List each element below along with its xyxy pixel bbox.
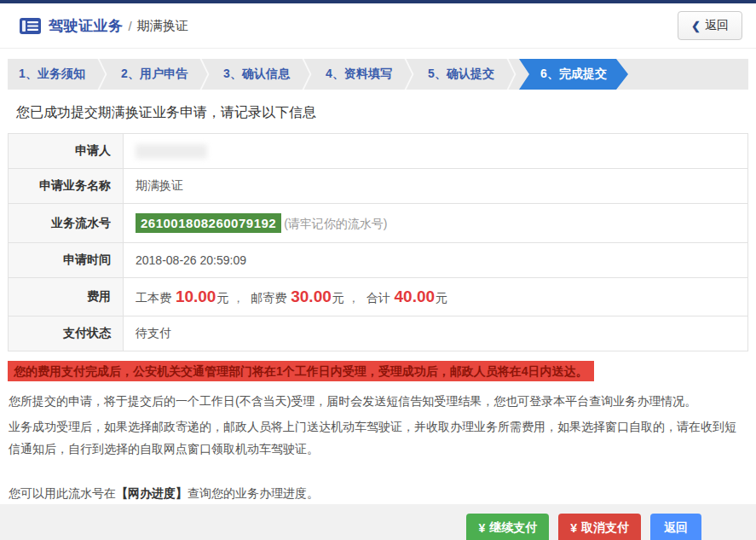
row-value: 2018-08-26 20:59:09 <box>124 243 748 278</box>
fee-item2-amount: 30.00 <box>291 287 332 305</box>
header-back-label: 返回 <box>705 18 729 33</box>
tab-step-6-active[interactable]: 6、完成提交 <box>519 59 628 90</box>
progress-hint-suffix: 查询您的业务办理进度。 <box>188 486 319 500</box>
fee-separator: ， <box>232 291 244 305</box>
fee-item2-label: 邮寄费 <box>251 291 286 305</box>
tab-separator <box>96 59 110 90</box>
breadcrumb-separator: / <box>129 19 132 33</box>
footer-back-label: 返回 <box>664 520 688 536</box>
fee-item3-amount: 40.00 <box>395 287 436 305</box>
tab-step-5[interactable]: 5、确认提交 <box>417 59 505 90</box>
success-message: 您已成功提交期满换证业务申请，请记录以下信息 <box>16 104 747 122</box>
continue-payment-label: 继续支付 <box>489 520 537 536</box>
tab-separator <box>403 59 417 90</box>
table-row-apply-time: 申请时间 2018-08-26 20:59:09 <box>9 243 748 278</box>
step-tabs: 1、业务须知 2、用户申告 3、确认信息 4、资料填写 5、确认提交 6、完成提… <box>8 59 748 90</box>
header-back-button[interactable]: ❮ 返回 <box>678 11 742 40</box>
progress-hint-prefix: 您可以用此流水号在 <box>9 486 116 500</box>
continue-payment-button[interactable]: ¥ 继续支付 <box>466 514 549 540</box>
yuan-icon: ¥ <box>478 521 485 535</box>
row-label: 申请时间 <box>9 243 124 278</box>
footer-action-bar: ¥ 继续支付 ¥ 取消支付 返回 <box>0 504 756 540</box>
tab-step-4[interactable]: 4、资料填写 <box>315 59 403 90</box>
table-row-pay-status: 支付状态 待支付 <box>9 316 748 351</box>
fee-item3-label: 合计 <box>366 291 390 305</box>
pay-status-value: 待支付 <box>124 316 748 351</box>
warning-banner: 您的费用支付完成后，公安机关交通管理部门将在1个工作日内受理，受理成功后，邮政人… <box>8 361 594 381</box>
fee-unit: 元 <box>216 291 228 305</box>
row-label: 费用 <box>9 278 124 316</box>
cancel-payment-label: 取消支付 <box>581 520 629 536</box>
row-label: 申请人 <box>9 134 124 169</box>
document-list-icon <box>19 17 42 35</box>
table-row-serial: 业务流水号 261001808260079192(请牢记你的流水号) <box>9 204 748 243</box>
header: 驾驶证业务 / 期满换证 ❮ 返回 <box>0 3 756 49</box>
tab-separator <box>301 59 315 90</box>
progress-link-label: 【网办进度】 <box>116 486 188 500</box>
serial-note: (请牢记你的流水号) <box>284 217 387 230</box>
row-value: 期满换证 <box>124 169 748 204</box>
row-label: 业务流水号 <box>9 204 124 243</box>
tab-separator <box>505 59 519 90</box>
fee-separator: ， <box>348 291 360 305</box>
fee-unit: 元 <box>332 291 344 305</box>
table-row-business-name: 申请业务名称 期满换证 <box>9 169 748 204</box>
notice-paragraph-1: 您所提交的申请，将于提交后的一个工作日(不含当天)受理，届时会发送短信告知受理结… <box>9 390 747 412</box>
chevron-left-icon: ❮ <box>691 20 701 32</box>
row-label: 支付状态 <box>9 316 124 351</box>
tab-step-3[interactable]: 3、确认信息 <box>212 59 301 90</box>
fee-item1-amount: 10.00 <box>176 287 216 305</box>
fee-value: 工本费 10.00元， 邮寄费 30.00元， 合计 40.00元 <box>124 278 748 316</box>
page: 驾驶证业务 / 期满换证 ❮ 返回 1、业务须知 2、用户申告 3、确认信息 4… <box>0 0 756 540</box>
footer-back-button[interactable]: 返回 <box>650 514 701 540</box>
redacted-applicant-name <box>136 144 207 159</box>
progress-hint: 您可以用此流水号在【网办进度】查询您的业务办理进度。 <box>9 482 747 504</box>
breadcrumb-section[interactable]: 驾驶证业务 <box>49 16 124 36</box>
yuan-icon: ¥ <box>570 521 577 535</box>
tab-separator <box>199 59 212 90</box>
row-label: 申请业务名称 <box>9 169 124 204</box>
breadcrumb-current: 期满换证 <box>137 18 188 34</box>
notice-paragraph-2: 业务成功受理后，如果选择邮政寄递的，邮政人员将上门送达机动车驾驶证，并收取办理业… <box>9 415 747 460</box>
tab-step-2[interactable]: 2、用户申告 <box>110 59 199 90</box>
table-row-applicant: 申请人 <box>9 134 748 169</box>
serial-number-badge: 261001808260079192 <box>136 213 281 233</box>
fee-unit: 元 <box>436 291 447 305</box>
tab-step-1[interactable]: 1、业务须知 <box>8 59 96 90</box>
application-info-table: 申请人 申请业务名称 期满换证 业务流水号 261001808260079192… <box>8 133 748 351</box>
table-row-fee: 费用 工本费 10.00元， 邮寄费 30.00元， 合计 40.00元 <box>9 278 748 316</box>
fee-item1-label: 工本费 <box>136 291 171 305</box>
cancel-payment-button[interactable]: ¥ 取消支付 <box>558 514 641 540</box>
